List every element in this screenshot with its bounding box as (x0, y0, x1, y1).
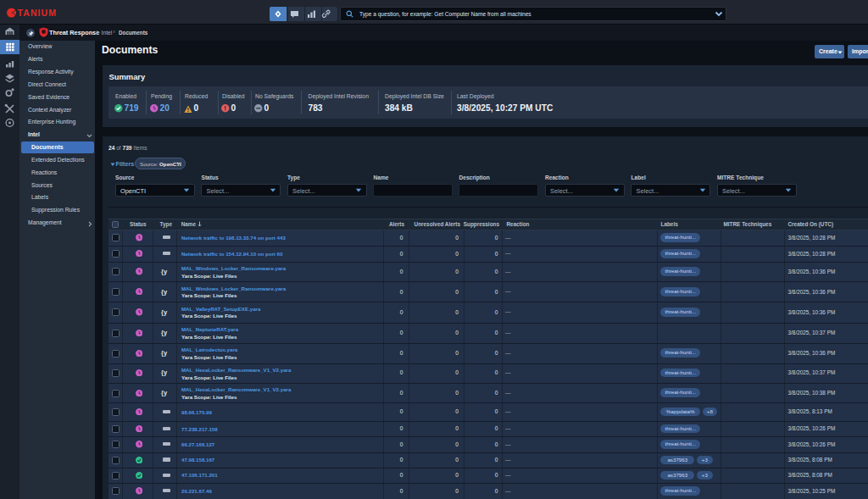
svg-text:TANIUM: TANIUM (18, 8, 58, 18)
